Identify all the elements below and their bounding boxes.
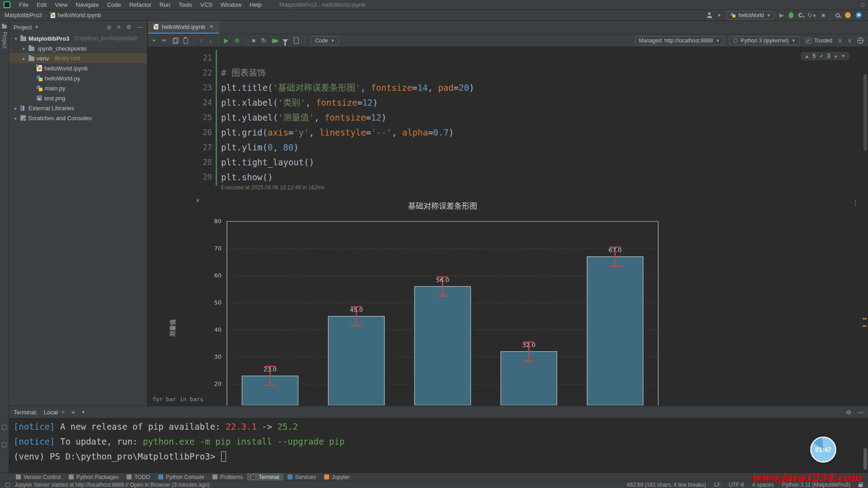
kernel-dropdown[interactable]: Python 3 (ipykernel) ▼	[729, 36, 800, 45]
tree-chevron-icon[interactable]: ▸	[22, 46, 26, 51]
move-cell-down-icon[interactable]: ↓	[209, 38, 212, 43]
tree-item-test-png[interactable]: test.png	[9, 93, 147, 103]
tree-item-scratches-and-consoles[interactable]: ▸Scratches and Consoles	[9, 113, 147, 123]
toolwindow-services[interactable]: Services	[283, 473, 320, 481]
tree-chevron-icon[interactable]: ▾	[14, 36, 18, 41]
notebook-editor[interactable]: 2122# 图表装饰23plt.title('基础对称误差条形图', fonts…	[148, 47, 868, 405]
settings-icon[interactable]: ⚙	[846, 409, 851, 416]
run-config-dropdown[interactable]: helloWorld ▼	[726, 11, 774, 19]
close-icon[interactable]: ✕	[209, 23, 214, 30]
project-stripe-icon[interactable]	[2, 25, 6, 28]
run-cell-icon[interactable]: ▶	[224, 38, 229, 43]
toolwindow-problems[interactable]: Problems	[208, 473, 247, 481]
debug-button[interactable]	[789, 12, 793, 18]
tree-chevron-icon[interactable]: ▸	[22, 56, 26, 61]
collapse-all-icon[interactable]: ≡	[117, 24, 120, 30]
breadcrumb-project[interactable]: MatplotlibPro3	[5, 12, 42, 19]
chevron-down-icon[interactable]: ▼	[81, 410, 85, 414]
cell-type-dropdown[interactable]: Code ▼	[311, 36, 339, 45]
terminal-tab-local[interactable]: Local ✕	[44, 409, 65, 416]
copy-cell-icon[interactable]	[173, 38, 178, 43]
status-segment[interactable]: UTF-8	[729, 482, 744, 488]
next-problem-icon[interactable]: ▼	[841, 54, 845, 58]
menu-window[interactable]: Window	[217, 1, 245, 8]
delete-cell-icon[interactable]	[294, 39, 299, 44]
menu-view[interactable]: View	[51, 1, 71, 8]
stripe-bottom-icon[interactable]	[2, 442, 7, 447]
terminal-output[interactable]: [notice] A new release of pip available:…	[9, 418, 868, 464]
menu-code[interactable]: Code	[103, 1, 125, 8]
gradient-play-icon[interactable]	[856, 12, 862, 18]
settings-icon[interactable]: ⚙	[126, 24, 131, 30]
interrupt-kernel-icon[interactable]: ■	[252, 38, 255, 43]
tree-item-helloworld-py[interactable]: helloWorld.py	[9, 73, 147, 83]
paste-cell-icon[interactable]	[184, 38, 188, 44]
status-segment[interactable]: 482:69 (181 chars, 4 line breaks)	[627, 482, 706, 488]
cut-cell-icon[interactable]: ✂	[162, 38, 167, 43]
menu-refactor[interactable]: Refactor	[125, 1, 156, 8]
toolwindow-python-packages[interactable]: Python Packages	[65, 473, 123, 481]
coverage-button[interactable]: C	[798, 12, 802, 19]
toolwindow-jupyter[interactable]: Jupyter	[320, 473, 354, 481]
server-dropdown[interactable]: Managed: http://localhost:8888 ▼	[635, 36, 724, 45]
user-account-icon[interactable]	[707, 12, 712, 18]
toolwindow-version-control[interactable]: Version Control	[12, 473, 65, 481]
scrollbar-marker[interactable]	[863, 318, 867, 319]
tree-item-main-py[interactable]: main.py	[9, 83, 147, 93]
toolwindow-python-console[interactable]: Python Console	[154, 473, 208, 481]
event-log-icon[interactable]	[5, 483, 10, 487]
tree-item-venv[interactable]: ▸venvlibrary root	[9, 53, 147, 63]
toolwindow-todo[interactable]: TODO	[123, 473, 154, 481]
lock-icon[interactable]	[859, 484, 863, 487]
window-controls-icon[interactable]: □	[861, 2, 864, 8]
tree-item-matplotlibpro3[interactable]: ▾MatplotlibPro3D:\python_pro\MatplotlibP	[9, 33, 147, 43]
trusted-checkbox[interactable]: ✓ Trusted	[805, 38, 832, 44]
previous-cell-icon[interactable]: ∧	[838, 38, 842, 43]
next-cell-icon[interactable]: ∨	[847, 38, 852, 43]
locate-icon[interactable]: ◎	[107, 24, 111, 30]
project-panel-title[interactable]: Project	[14, 24, 32, 31]
menu-edit[interactable]: Edit	[33, 1, 51, 8]
status-message[interactable]: Jupyter Server started at http://localho…	[14, 482, 210, 488]
prev-problem-icon[interactable]: ▲	[834, 54, 838, 58]
toolwindow-terminal[interactable]: Terminal	[247, 473, 283, 481]
open-in-browser-icon[interactable]	[857, 38, 863, 44]
hide-icon[interactable]: —	[137, 24, 142, 30]
tree-item--ipynb-checkpoints[interactable]: ▸.ipynb_checkpoints	[9, 43, 147, 53]
menu-run[interactable]: Run	[156, 1, 175, 8]
search-everywhere-icon[interactable]	[835, 13, 840, 18]
menu-vcs[interactable]: VCS	[196, 1, 217, 8]
activity-project-tab[interactable]: Project	[1, 32, 8, 48]
stop-button[interactable]: ■	[821, 12, 825, 18]
menu-help[interactable]: Help	[245, 1, 266, 8]
scrollbar-marker[interactable]	[863, 325, 867, 327]
terminal-scrollbar[interactable]	[863, 448, 867, 470]
tree-item-helloworld-ipynb[interactable]: helloWorld.ipynb	[9, 63, 147, 73]
next-cell-partial-line: for bar in bars	[152, 396, 203, 403]
rerun-dropdown[interactable]: ↻▼	[807, 12, 816, 18]
tree-chevron-icon[interactable]: ▸	[14, 106, 18, 111]
menu-tools[interactable]: Tools	[175, 1, 196, 8]
tab-helloworld-ipynb[interactable]: helloWorld.ipynb ✕	[148, 21, 219, 34]
tree-chevron-icon[interactable]: ▸	[14, 116, 18, 121]
status-segment[interactable]: LF	[714, 482, 721, 488]
editor-scrollbar[interactable]	[863, 74, 867, 151]
menu-file[interactable]: File	[15, 1, 33, 8]
stripe-bottom-icon[interactable]	[2, 425, 7, 430]
restart-kernel-icon[interactable]: ↻	[261, 38, 266, 43]
notebook-settings-icon[interactable]: ⚙	[235, 38, 240, 43]
inspections-widget[interactable]: ▲5 ✔3 ▲ ▼	[800, 52, 850, 61]
code-cell[interactable]: 2122# 图表装饰23plt.title('基础对称误差条形图', fonts…	[148, 51, 868, 185]
breadcrumb-file[interactable]: helloWorld.ipynb	[58, 12, 101, 19]
clear-outputs-icon[interactable]	[283, 39, 288, 42]
tree-item-external-libraries[interactable]: ▸External Libraries	[9, 103, 147, 113]
minimize-icon[interactable]: —	[858, 409, 863, 416]
orange-badge-icon[interactable]	[845, 12, 851, 18]
run-all-cells-icon[interactable]: ▶▶	[272, 38, 277, 43]
move-cell-up-icon[interactable]: ↑	[200, 38, 203, 43]
run-button[interactable]: ▶	[779, 12, 784, 18]
add-cell-icon[interactable]: +	[152, 38, 156, 43]
close-icon[interactable]: ✕	[61, 409, 65, 415]
new-session-icon[interactable]: +	[71, 409, 75, 415]
menu-navigate[interactable]: Navigate	[71, 1, 103, 8]
